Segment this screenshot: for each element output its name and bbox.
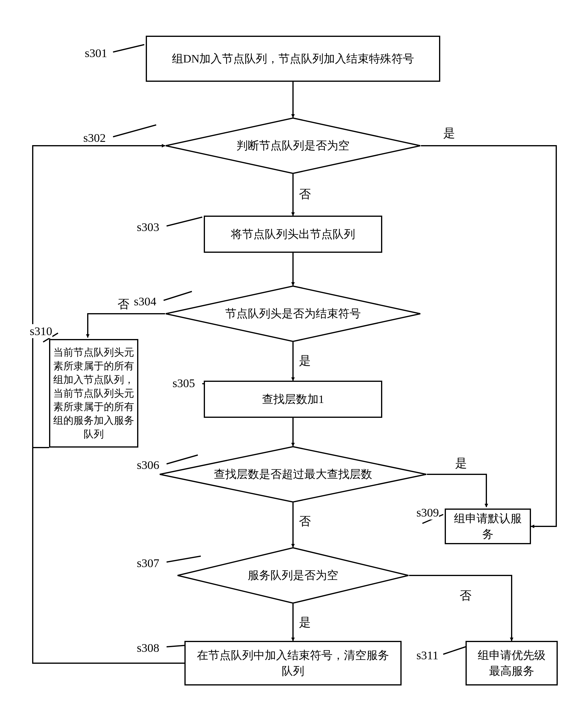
label-s310: s310 bbox=[30, 324, 52, 338]
edge-yes: 是 bbox=[455, 455, 467, 471]
node-s311: 组申请优先级最高服务 bbox=[465, 641, 558, 685]
node-text: 查找层数加1 bbox=[262, 391, 324, 407]
label-s308: s308 bbox=[137, 641, 159, 655]
node-text: 判断节点队列是否为空 bbox=[225, 138, 361, 153]
node-text: 节点队列头是否为结束符号 bbox=[213, 306, 373, 321]
node-text: 组DN加入节点队列，节点队列加入结束特殊符号 bbox=[172, 51, 414, 67]
label-s305: s305 bbox=[173, 376, 195, 390]
node-s305: 查找层数加1 bbox=[204, 381, 382, 418]
edge-yes: 是 bbox=[299, 353, 311, 369]
node-s309: 组申请默认服务 bbox=[445, 509, 531, 544]
label-s311: s311 bbox=[416, 648, 438, 662]
label-s309: s309 bbox=[416, 505, 439, 520]
node-s308: 在节点队列中加入结束符号，清空服务队列 bbox=[184, 641, 402, 685]
node-s303: 将节点队列头出节点队列 bbox=[204, 216, 382, 253]
label-s307: s307 bbox=[137, 556, 159, 570]
svg-line-9 bbox=[167, 217, 202, 226]
node-s301: 组DN加入节点队列，节点队列加入结束特殊符号 bbox=[146, 36, 440, 82]
label-s301: s301 bbox=[85, 46, 107, 60]
node-text: 查找层数是否超过最大查找层数 bbox=[202, 466, 384, 482]
node-s307: 服务队列是否为空 bbox=[177, 547, 409, 604]
label-s302: s302 bbox=[83, 131, 106, 145]
edge-yes: 是 bbox=[443, 125, 455, 141]
node-s304: 节点队列头是否为结束符号 bbox=[165, 285, 421, 342]
node-text: 在节点队列中加入结束符号，清空服务队列 bbox=[192, 647, 394, 679]
node-s302: 判断节点队列是否为空 bbox=[165, 118, 421, 174]
node-text: 组申请默认服务 bbox=[452, 511, 524, 542]
svg-line-7 bbox=[113, 45, 144, 52]
edge-yes: 是 bbox=[299, 614, 311, 630]
node-text: 当前节点队列头元素所隶属于的所有组加入节点队列，当前节点队列头元素所隶属于的所有… bbox=[53, 345, 134, 441]
node-text: 服务队列是否为空 bbox=[236, 567, 350, 583]
node-s306: 查找层数是否超过最大查找层数 bbox=[159, 446, 427, 502]
edge-no: 否 bbox=[460, 587, 472, 604]
label-s304: s304 bbox=[134, 294, 156, 308]
node-s310: 当前节点队列头元素所隶属于的所有组加入节点队列，当前节点队列头元素所隶属于的所有… bbox=[49, 339, 138, 447]
label-s303: s303 bbox=[137, 220, 159, 234]
edge-no: 否 bbox=[299, 513, 311, 529]
svg-line-8 bbox=[113, 125, 156, 137]
edge-no: 否 bbox=[118, 296, 129, 312]
label-s306: s306 bbox=[137, 458, 159, 472]
edge-no: 否 bbox=[299, 186, 311, 202]
node-text: 组申请优先级最高服务 bbox=[473, 647, 551, 679]
node-text: 将节点队列头出节点队列 bbox=[231, 226, 355, 242]
